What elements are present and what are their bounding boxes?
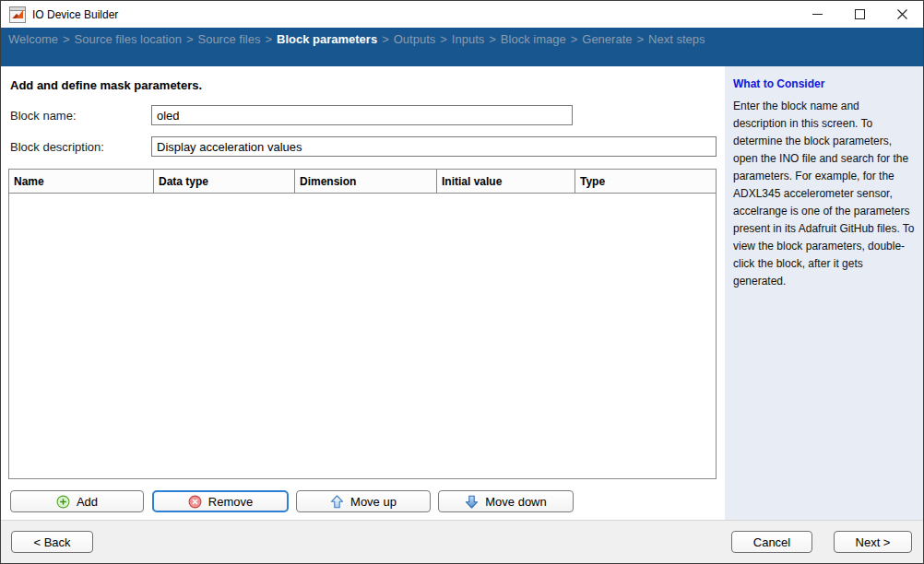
move-up-button[interactable]: Move up bbox=[296, 490, 431, 512]
remove-button[interactable]: Remove bbox=[152, 490, 289, 512]
step-generate: Generate bbox=[582, 32, 632, 46]
step-separator: > bbox=[265, 32, 272, 46]
step-inputs: Inputs bbox=[452, 32, 484, 46]
step-separator: > bbox=[382, 32, 389, 46]
step-source-files: Source files bbox=[197, 32, 260, 46]
move-down-icon bbox=[465, 495, 479, 509]
cancel-button[interactable]: Cancel bbox=[731, 531, 812, 553]
column-header-dimension: Dimension bbox=[295, 170, 437, 193]
add-button[interactable]: Add bbox=[10, 490, 144, 512]
table-header-row: Name Data type Dimension Initial value T… bbox=[9, 170, 716, 194]
wizard-steps-bar: Welcome>Source files location>Source fil… bbox=[1, 28, 923, 66]
remove-icon bbox=[188, 495, 202, 509]
block-name-input[interactable] bbox=[151, 105, 573, 125]
step-separator: > bbox=[63, 32, 70, 46]
step-source-files-location: Source files location bbox=[75, 32, 182, 46]
close-button[interactable] bbox=[881, 1, 923, 28]
mask-parameters-table: Name Data type Dimension Initial value T… bbox=[8, 169, 717, 479]
matlab-app-icon bbox=[9, 6, 26, 23]
help-sidebar: What to Consider Enter the block name an… bbox=[725, 66, 923, 520]
step-separator: > bbox=[440, 32, 447, 46]
column-header-initial-value: Initial value bbox=[437, 170, 575, 193]
footer-bar: < Back Cancel Next > bbox=[1, 520, 923, 563]
step-outputs: Outputs bbox=[394, 32, 436, 46]
minimize-button[interactable] bbox=[796, 1, 838, 28]
step-welcome: Welcome bbox=[8, 32, 58, 46]
table-body-empty bbox=[9, 194, 716, 478]
step-block-image: Block image bbox=[501, 32, 566, 46]
window-title: IO Device Builder bbox=[32, 8, 796, 21]
maximize-button[interactable] bbox=[838, 1, 881, 28]
help-text: Enter the block name and description in … bbox=[733, 98, 915, 290]
step-separator: > bbox=[571, 32, 578, 46]
column-header-type: Type bbox=[575, 170, 716, 193]
move-down-button[interactable]: Move down bbox=[438, 490, 574, 512]
io-device-builder-window: IO Device Builder Welcome>Source files l… bbox=[0, 0, 924, 564]
step-separator: > bbox=[186, 32, 194, 46]
back-button[interactable]: < Back bbox=[11, 531, 93, 553]
column-header-name: Name bbox=[9, 170, 154, 193]
next-button[interactable]: Next > bbox=[834, 531, 912, 553]
block-name-label: Block name: bbox=[10, 109, 77, 123]
add-icon bbox=[56, 495, 70, 509]
main-panel: Add and define mask parameters. Block na… bbox=[1, 66, 725, 520]
step-next-steps: Next steps bbox=[648, 32, 705, 46]
help-heading: What to Consider bbox=[733, 77, 915, 90]
title-bar: IO Device Builder bbox=[1, 1, 923, 28]
move-up-icon bbox=[330, 495, 344, 509]
step-separator: > bbox=[636, 32, 644, 46]
step-block-parameters-current: Block parameters bbox=[277, 32, 377, 46]
page-title: Add and define mask parameters. bbox=[10, 78, 202, 92]
step-separator: > bbox=[489, 32, 496, 46]
column-header-data-type: Data type bbox=[154, 170, 295, 193]
block-description-label: Block description: bbox=[10, 140, 104, 154]
block-description-input[interactable] bbox=[151, 136, 717, 157]
